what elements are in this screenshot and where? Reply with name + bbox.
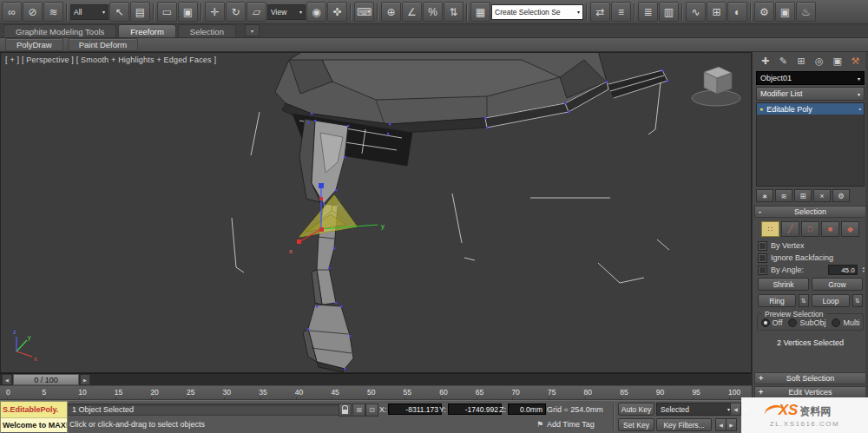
- auto-key-button[interactable]: Auto Key: [618, 403, 654, 416]
- x-coordinate-field[interactable]: -8311.173: [388, 403, 442, 415]
- rectangular-selection-region-icon[interactable]: ▭: [157, 2, 177, 22]
- y-coordinate-field[interactable]: -1740.992: [448, 403, 502, 415]
- vertex-mode-button[interactable]: ∷: [761, 221, 779, 237]
- graphite-toggle-icon[interactable]: ▥: [659, 2, 679, 22]
- select-and-rotate-icon[interactable]: ↻: [226, 2, 246, 22]
- viewport-label[interactable]: [ + ] [ Perspective ] [ Smooth + Highlig…: [5, 56, 216, 64]
- spinner-down-icon[interactable]: ▾: [863, 270, 865, 273]
- ribbon-panel-paint-deform[interactable]: Paint Deform: [68, 38, 138, 51]
- tab-motion-icon[interactable]: ◎: [812, 55, 825, 68]
- absolute-mode-icon[interactable]: ⊞: [352, 403, 365, 417]
- add-time-tag[interactable]: Add Time Tag: [547, 420, 595, 429]
- rollout-soft-selection-header[interactable]: + Soft Selection: [754, 372, 866, 384]
- layer-manager-icon[interactable]: ≣: [638, 2, 658, 22]
- ribbon-tab-selection[interactable]: Selection: [178, 24, 236, 37]
- radio-subobj-button[interactable]: [788, 318, 797, 327]
- rollout-edit-vertices-header[interactable]: + Edit Vertices: [754, 386, 866, 398]
- remove-modifier-icon[interactable]: ×: [813, 189, 831, 202]
- select-and-move-icon[interactable]: ✛: [205, 2, 225, 22]
- loop-spinner[interactable]: ⇅: [852, 294, 863, 307]
- offset-mode-icon[interactable]: ⊡: [365, 403, 378, 417]
- modifier-list-dropdown[interactable]: Modifier List ▾: [756, 87, 865, 101]
- next-key-icon[interactable]: ▶: [726, 418, 737, 431]
- border-mode-button[interactable]: □: [801, 221, 819, 237]
- ribbon-minimize-icon[interactable]: ▾: [245, 24, 260, 36]
- select-and-link-icon[interactable]: ∞: [2, 2, 22, 22]
- curve-editor-icon[interactable]: ∿: [686, 2, 706, 22]
- radio-multi-button[interactable]: [832, 318, 840, 327]
- angle-spinner[interactable]: ▴ ▾: [863, 266, 865, 273]
- select-by-name-icon[interactable]: ▤: [130, 2, 150, 22]
- use-pivot-center-icon[interactable]: ◉: [306, 2, 326, 22]
- select-and-scale-icon[interactable]: ▱: [247, 2, 266, 22]
- material-editor-icon[interactable]: ◐: [727, 2, 747, 22]
- mirror-icon[interactable]: ⇄: [590, 2, 610, 22]
- time-slider-handle[interactable]: 0 / 100: [13, 374, 79, 385]
- unlink-selection-icon[interactable]: ⊘: [23, 2, 43, 22]
- by-vertex-checkbox[interactable]: [758, 241, 767, 251]
- key-filters-button[interactable]: Key Filters...: [656, 418, 712, 431]
- time-slider-track[interactable]: ◀ 0 / 100 ▶: [0, 373, 752, 385]
- select-object-icon[interactable]: ↖: [109, 2, 129, 22]
- tab-create-icon[interactable]: ✚: [759, 55, 772, 68]
- bind-to-space-warp-icon[interactable]: ≋: [43, 2, 63, 22]
- rollout-selection-header[interactable]: - Selection: [754, 206, 866, 218]
- next-frame-arrow[interactable]: ▶: [80, 374, 90, 385]
- named-selection-sets-icon[interactable]: ▦: [470, 2, 490, 22]
- set-key-button[interactable]: Set Key: [618, 418, 654, 431]
- ribbon-tab-graphite-modeling-tools[interactable]: Graphite Modeling Tools: [3, 24, 116, 37]
- selection-lock-icon[interactable]: [339, 403, 352, 417]
- radio-multi-option[interactable]: Multi: [832, 318, 859, 327]
- loop-button[interactable]: Loop: [812, 294, 850, 307]
- reference-coordinate-dropdown[interactable]: View▾: [267, 4, 306, 20]
- edge-mode-button[interactable]: ╱: [781, 221, 799, 237]
- radio-off-button[interactable]: [761, 318, 770, 327]
- rendered-frame-icon[interactable]: ▣: [775, 2, 795, 22]
- pin-stack-icon[interactable]: ∗: [756, 189, 773, 202]
- show-end-result-icon[interactable]: ≋: [775, 189, 792, 202]
- by-angle-checkbox[interactable]: [758, 266, 767, 275]
- align-icon[interactable]: ≡: [611, 2, 631, 22]
- make-unique-icon[interactable]: ⊞: [794, 189, 812, 202]
- configure-modifier-sets-icon[interactable]: ⚙: [832, 189, 850, 202]
- viewcube[interactable]: [692, 67, 740, 106]
- radio-off-option[interactable]: Off: [761, 318, 783, 327]
- render-setup-icon[interactable]: ⚙: [754, 2, 774, 22]
- ring-button[interactable]: Ring: [758, 294, 796, 307]
- schematic-view-icon[interactable]: ⊞: [707, 2, 727, 22]
- subobject-expand-icon[interactable]: ▪: [859, 106, 861, 112]
- ribbon-panel-polydraw[interactable]: PolyDraw: [5, 38, 63, 51]
- tab-display-icon[interactable]: ▣: [831, 55, 844, 68]
- angle-snap-icon[interactable]: ∠: [402, 2, 422, 22]
- stack-row-editable-poly[interactable]: ● Editable Poly ▪: [757, 103, 864, 115]
- visibility-bulb-icon[interactable]: ●: [760, 106, 763, 112]
- object-name-dropdown[interactable]: Object01 ▾: [756, 71, 865, 85]
- percent-snap-icon[interactable]: %: [423, 2, 443, 22]
- maxscript-mini-listener[interactable]: S.EditablePoly. Welcome to MAX!: [0, 401, 68, 433]
- selected-set-dropdown[interactable]: Selected ▾: [656, 403, 734, 416]
- named-selection-set-dropdown[interactable]: Create Selection Se▾: [491, 4, 583, 20]
- window-crossing-icon[interactable]: ▣: [178, 2, 198, 22]
- timeline-ruler[interactable]: 0510152025303540455055606570758085909510…: [0, 385, 752, 400]
- spinner-snap-icon[interactable]: ⇅: [444, 2, 464, 22]
- z-coordinate-field[interactable]: 0.0mm: [508, 403, 546, 415]
- snaps-toggle-icon[interactable]: ⊕: [381, 2, 401, 22]
- polygon-mode-button[interactable]: ■: [821, 221, 839, 237]
- ignore-backfacing-checkbox[interactable]: [758, 253, 767, 263]
- perspective-viewport[interactable]: [ + ] [ Perspective ] [ Smooth + Highlig…: [0, 52, 752, 373]
- grow-button[interactable]: Grow: [812, 278, 863, 291]
- element-mode-button[interactable]: ◆: [841, 221, 859, 237]
- tab-modify-icon[interactable]: ✎: [777, 55, 790, 68]
- keyboard-override-icon[interactable]: ⌨: [354, 2, 374, 22]
- ribbon-tab-freeform[interactable]: Freeform: [118, 24, 176, 37]
- tab-hierarchy-icon[interactable]: ⊞: [795, 55, 808, 68]
- ring-spinner[interactable]: ⇅: [799, 294, 809, 307]
- selection-filter-dropdown[interactable]: All▾: [70, 4, 108, 20]
- angle-value-field[interactable]: 45.0: [828, 265, 858, 275]
- shrink-button[interactable]: Shrink: [758, 278, 809, 291]
- modifier-stack[interactable]: ● Editable Poly ▪: [756, 102, 865, 187]
- viewport-canvas[interactable]: x y x y z: [1, 53, 751, 372]
- render-production-icon[interactable]: ♨: [796, 2, 816, 22]
- select-and-manipulate-icon[interactable]: ✜: [327, 2, 347, 22]
- previous-frame-arrow[interactable]: ◀: [2, 374, 12, 385]
